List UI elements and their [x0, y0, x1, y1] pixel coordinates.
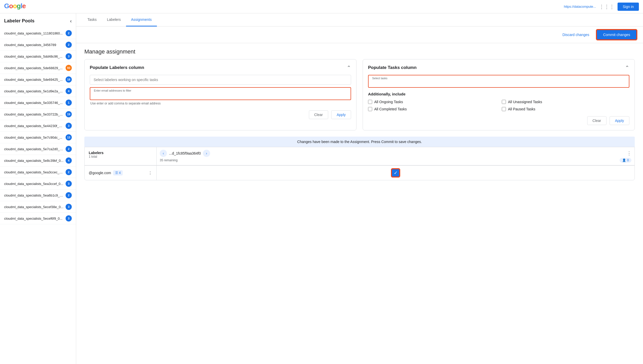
tasks-clear-button[interactable]: Clear: [587, 116, 606, 125]
sidebar-item-14[interactable]: cloudml_data_specialists_5ea6b1c9_0...2: [0, 190, 76, 201]
page-title: Manage assignment: [76, 43, 643, 59]
labelers-search-input[interactable]: [94, 78, 347, 82]
paused-tasks-checkbox[interactable]: [502, 107, 506, 111]
completed-tasks-checkbox[interactable]: [368, 107, 372, 111]
sidebar-title: Labeler Pools: [4, 18, 34, 24]
checkbox-paused-tasks[interactable]: All Paused Tasks: [502, 107, 629, 111]
tab-assignments[interactable]: Assignments: [126, 13, 157, 26]
filter-hint: Use enter or add comma to separate email…: [90, 102, 351, 105]
labelers-clear-button[interactable]: Clear: [309, 110, 328, 119]
ongoing-tasks-label: All Ongoing Tasks: [374, 100, 403, 104]
tab-tasks[interactable]: Tasks: [82, 13, 102, 26]
sidebar-item-label-15: cloudml_data_specialists_5ecef38e_0...: [4, 205, 64, 209]
labelers-search-wrap: [90, 75, 351, 85]
sidebar-badge-6: 1: [66, 100, 72, 106]
sidebar-item-label-7: cloudml_data_specialists_5e33722b_...: [4, 112, 64, 116]
unassigned-tasks-checkbox[interactable]: [502, 100, 506, 104]
sidebar-item-label-0: cloudml_data_specialists_111801860...: [4, 31, 64, 35]
sidebar-item-16[interactable]: cloudml_data_specialists_5ecef6f9_0...3: [0, 213, 76, 224]
email-filter-input[interactable]: @google.com: [94, 93, 347, 97]
sidebar-item-5[interactable]: cloudml_data_specialists_5e1d9e2a_...4: [0, 85, 76, 97]
table-row: @google.com ☰ 4 ⋮ ✓: [85, 165, 635, 180]
sidebar-item-12[interactable]: cloudml_data_specialists_5ea3ccec_0...2: [0, 166, 76, 178]
sidebar-badge-8: 3: [66, 123, 72, 129]
task-nav-next[interactable]: ›: [203, 150, 210, 157]
sidebar-item-9[interactable]: cloudml_data_specialists_5e7c90dc_...13: [0, 132, 76, 143]
sidebar-item-3[interactable]: cloudml_data_specialists_5de68829_...93: [0, 62, 76, 74]
tab-labelers[interactable]: Labelers: [102, 13, 126, 26]
checkbox-ongoing-tasks[interactable]: All Ongoing Tasks: [368, 100, 496, 104]
at-people-badge: 👤 0: [620, 158, 631, 163]
at-labelers-col: Labelers 1 total: [85, 147, 157, 165]
sidebar-item-1[interactable]: cloudml_data_specialists_34567892: [0, 39, 76, 51]
sidebar-item-4[interactable]: cloudml_data_specialists_5de69425_...18: [0, 74, 76, 85]
populate-tasks-header: Populate Tasks column ⌃: [368, 65, 629, 71]
action-bar: Discard changes Commit changes: [76, 26, 643, 43]
sidebar-badge-11: 4: [66, 157, 72, 164]
sidebar-item-15[interactable]: cloudml_data_specialists_5ecef38e_0...3: [0, 201, 76, 213]
sidebar-item-label-10: cloudml_data_specialists_5e7ca2d0_0...: [4, 147, 64, 151]
sign-in-button[interactable]: Sign in: [618, 3, 639, 11]
ongoing-tasks-checkbox[interactable]: [368, 100, 372, 104]
collapse-tasks-icon[interactable]: ⌃: [625, 65, 629, 71]
changes-notice: Changes have been made to the Assignment…: [84, 137, 635, 147]
sidebar-item-6[interactable]: cloudml_data_specialists_5e335746_...1: [0, 97, 76, 109]
commit-changes-button[interactable]: Commit changes: [596, 30, 637, 40]
labelers-col-title: Labelers: [89, 151, 152, 155]
sidebar-item-label-9: cloudml_data_specialists_5e7c90dc_...: [4, 136, 64, 139]
tasks-apply-button[interactable]: Apply: [610, 116, 629, 125]
sidebar-item-13[interactable]: cloudml_data_specialists_5ea3ccef_0...3: [0, 178, 76, 190]
assignment-table: Labelers 1 total ‹ ...d_1fc85f9aa364f0 ›…: [84, 147, 635, 180]
apps-icon[interactable]: ⋮⋮⋮: [599, 4, 614, 10]
email-filter-label: Enter email addresses to filter: [94, 89, 131, 92]
collapse-labelers-icon[interactable]: ⌃: [347, 65, 351, 71]
sidebar-item-label-3: cloudml_data_specialists_5de68829_...: [4, 66, 64, 70]
at-task-nav: ‹ ...d_1fc85f9aa364f0 ›: [160, 150, 210, 157]
at-header: Labelers 1 total ‹ ...d_1fc85f9aa364f0 ›…: [85, 147, 635, 165]
sidebar-item-label-13: cloudml_data_specialists_5ea3ccef_0...: [4, 182, 64, 186]
sidebar-item-2[interactable]: cloudml_data_specialists_5dd48c96_...3: [0, 51, 76, 62]
sidebar-item-0[interactable]: cloudml_data_specialists_111801860...2: [0, 28, 76, 39]
sidebar-item-7[interactable]: cloudml_data_specialists_5e33722b_...19: [0, 109, 76, 120]
row-dots-menu[interactable]: ⋮: [148, 171, 152, 175]
discard-changes-button[interactable]: Discard changes: [558, 31, 593, 39]
people-count: 0: [627, 158, 629, 162]
tabs-bar: Tasks Labelers Assignments: [76, 13, 643, 26]
sidebar-item-label-12: cloudml_data_specialists_5ea3ccec_0...: [4, 170, 64, 174]
task-nav-prev[interactable]: ‹: [160, 150, 167, 157]
sidebar-item-11[interactable]: cloudml_data_specialists_5e8c39bf_0...4: [0, 155, 76, 166]
sidebar-item-label-8: cloudml_data_specialists_5e44230f_0...: [4, 124, 64, 128]
populate-tasks-title: Populate Tasks column: [368, 65, 417, 70]
additionally-title: Additionally, include: [368, 92, 629, 96]
sidebar-item-8[interactable]: cloudml_data_specialists_5e44230f_0...3: [0, 120, 76, 132]
at-task-col: ‹ ...d_1fc85f9aa364f0 › ⋮ 35 remaining 👤…: [157, 147, 635, 165]
completed-tasks-label: All Completed Tasks: [374, 107, 407, 111]
sidebar-item-10[interactable]: cloudml_data_specialists_5e7ca2d0_0...2: [0, 143, 76, 155]
sidebar-item-label-11: cloudml_data_specialists_5e8c39bf_0...: [4, 159, 64, 163]
sidebar-chevron-icon[interactable]: ‹: [70, 18, 72, 24]
checkmark-icon: ✓: [394, 170, 398, 176]
checkbox-unassigned-tasks[interactable]: All Unassigned Tasks: [502, 100, 629, 104]
top-bar-link[interactable]: https://datacompute...: [564, 5, 596, 8]
tasks-badge: ☰ 4: [113, 170, 123, 175]
at-task-bottom: 35 remaining 👤 0: [160, 158, 631, 163]
task-dots-menu[interactable]: ⋮: [627, 150, 631, 156]
tasks-list-icon: ☰: [115, 171, 118, 175]
tasks-count: 4: [119, 171, 121, 175]
at-task-header: ‹ ...d_1fc85f9aa364f0 › ⋮: [160, 150, 631, 157]
tasks-input-wrap: Select tasks cloudml_data_prod_1fc85f9aa…: [368, 75, 629, 88]
panels-row: Populate Labelers column ⌃ Enter email a…: [76, 59, 643, 137]
sidebar-badge-3: 93: [66, 65, 72, 71]
sidebar-badge-16: 3: [66, 215, 72, 221]
task-assigned-checkbox[interactable]: ✓: [391, 169, 400, 177]
labelers-apply-button[interactable]: Apply: [331, 110, 351, 119]
labeler-info: @google.com ☰ 4: [89, 170, 123, 175]
email-filter-wrap: Enter email addresses to filter @google.…: [90, 87, 351, 100]
sidebar-item-label-14: cloudml_data_specialists_5ea6b1c9_0...: [4, 193, 64, 197]
checkbox-completed-tasks[interactable]: All Completed Tasks: [368, 107, 496, 111]
sidebar-item-label-2: cloudml_data_specialists_5dd48c96_...: [4, 55, 64, 58]
unassigned-tasks-label: All Unassigned Tasks: [508, 100, 542, 104]
tasks-select-input[interactable]: cloudml_data_prod_1fc85f9aa364f0: [372, 81, 625, 85]
tasks-panel-footer: Clear Apply: [368, 116, 629, 125]
sidebar-badge-1: 2: [66, 42, 72, 48]
